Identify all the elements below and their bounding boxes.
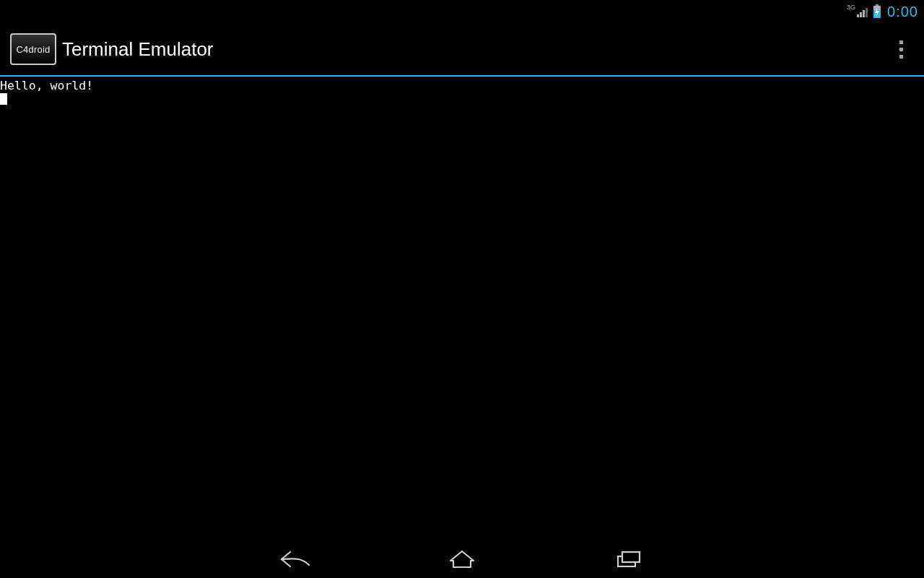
svg-rect-3 <box>866 8 868 17</box>
action-bar: C4droid Terminal Emulator <box>0 23 924 75</box>
vertical-dots-icon <box>899 40 903 44</box>
action-bar-title: Terminal Emulator <box>62 38 214 61</box>
recent-apps-icon <box>612 549 644 569</box>
app-icon-label: C4droid <box>17 44 51 55</box>
navigation-bar <box>0 540 924 578</box>
svg-rect-0 <box>857 14 859 17</box>
svg-rect-4 <box>876 4 879 6</box>
recent-apps-button[interactable] <box>606 545 650 574</box>
signal-icon <box>857 5 870 18</box>
home-icon <box>446 549 478 569</box>
battery-charging-icon <box>873 4 881 19</box>
terminal-cursor-line <box>0 92 924 105</box>
status-clock: 0:00 <box>887 4 918 20</box>
network-type-label: 3G <box>847 4 855 11</box>
overflow-menu-button[interactable] <box>886 32 915 66</box>
cursor-block <box>0 93 7 105</box>
home-button[interactable] <box>440 545 484 574</box>
terminal-output-line: Hello, world! <box>0 79 924 92</box>
back-button[interactable] <box>274 545 318 574</box>
svg-rect-2 <box>863 10 865 17</box>
terminal-area[interactable]: Hello, world! <box>0 77 924 540</box>
back-icon <box>280 549 312 569</box>
svg-rect-9 <box>622 552 640 562</box>
app-icon[interactable]: C4droid <box>10 33 56 65</box>
status-bar: 3G 0:00 <box>0 0 924 23</box>
svg-rect-1 <box>860 12 862 17</box>
